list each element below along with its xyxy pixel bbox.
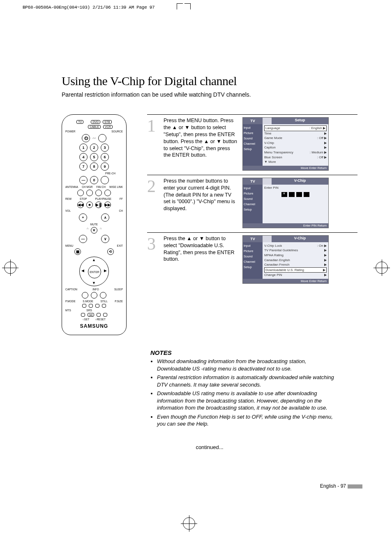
step-3: 3 Press the ▲ or ▼ button to select "Dow… <box>147 232 357 286</box>
step-1: 1 Press the MENU button. Press the ▲ or … <box>147 114 357 173</box>
page-number-tab <box>348 484 362 489</box>
osd-vchip-footer: Move Enter Return <box>243 279 328 283</box>
osd-pin-footer: Enter PIN Return <box>243 223 328 228</box>
mute-button: ✕ <box>91 227 97 234</box>
osd-tv-tab: TV <box>243 118 263 124</box>
sleep-button <box>100 292 106 299</box>
remote-cable-button: CABLE <box>88 125 101 129</box>
enter-pin-label: Enter PIN <box>264 186 327 190</box>
wiselink-button <box>104 190 111 196</box>
nav-up-icon: ▲ <box>92 258 96 262</box>
val-menutrans: : Medium <box>310 151 323 154</box>
note-1: Without downloading information from the… <box>157 358 335 372</box>
row-vchip: V-Chip <box>264 141 274 146</box>
num-4: 4 <box>79 153 88 161</box>
row-caption: Caption <box>264 145 276 150</box>
mts-label: MTS <box>65 309 71 312</box>
num-8: 8 <box>90 162 98 171</box>
info-label: INFO <box>92 288 99 291</box>
note-3: Downloadable US rating menu is available… <box>157 390 335 412</box>
pmode-button <box>82 304 86 308</box>
extra2-button <box>103 313 107 317</box>
ch-up: ∧ <box>101 213 109 222</box>
side-channel: Channel <box>244 141 262 146</box>
chmgr-button <box>86 190 93 196</box>
pin-4 <box>304 192 309 197</box>
smode-label: S.MODE <box>83 300 93 303</box>
rew-button: ◀◀ <box>77 201 84 208</box>
exit-button: ⟲ <box>107 248 114 255</box>
play-button: ▶❚ <box>95 201 102 208</box>
ff-label: FF <box>120 197 123 200</box>
side-input-2: Input <box>244 186 262 191</box>
num-2: 2 <box>90 144 98 152</box>
side-sound-3: Sound <box>244 254 262 259</box>
playpause-label: PLAY/PAUSE <box>95 197 112 200</box>
power-button: ⏻ <box>82 134 90 142</box>
rew-label: REW <box>65 197 71 200</box>
registration-mark-right <box>376 262 388 274</box>
row-downloadable: Downloadable U.S. Rating <box>265 268 304 273</box>
sleep-label: SLEEP <box>114 288 123 291</box>
row-time: Time <box>264 131 271 136</box>
osd-vchip-main: V-Chip Lock: On ▶ TV Parental Guidelines… <box>263 242 328 279</box>
side-input: Input <box>244 125 262 130</box>
osd-vchip: TV V-Chip Input Picture Sound Channel Se… <box>242 235 329 284</box>
val-gamemode: : Off <box>317 136 323 140</box>
osd-pin-title: V-Chip <box>272 178 328 185</box>
row-mpaa: MPAA Rating <box>264 253 284 258</box>
row-bluescreen: Blue Screen <box>264 155 282 160</box>
page-content: Using the V-Chip for Digital channel Par… <box>62 74 357 450</box>
power-label: POWER <box>65 130 76 133</box>
vol-label: VOL <box>65 209 71 212</box>
step-2-text: Press the number buttons to enter your c… <box>164 178 238 212</box>
osd-side-nav: Input Picture Sound Channel Setup <box>243 124 263 166</box>
side-input-3: Input <box>244 243 262 248</box>
step-1-text: Press the MENU button. Press the ▲ or ▼ … <box>164 117 238 159</box>
continued-label: continued... <box>62 444 357 450</box>
source-button <box>98 134 106 142</box>
extra1-button <box>97 313 101 317</box>
num-0: 0 <box>90 176 98 184</box>
prech-label: PRE-CH <box>65 172 123 175</box>
remote-tv-button: TV <box>76 120 83 124</box>
vol-up: + <box>79 213 87 222</box>
pin-1 <box>281 192 287 197</box>
row-caneng: Canadian English <box>264 258 290 263</box>
remote-dvd-button: DVD <box>91 120 100 124</box>
note-2: Parental restriction information is auto… <box>157 374 335 388</box>
page-title: Using the V-Chip for Digital channel <box>62 74 357 88</box>
pin-2 <box>289 192 295 197</box>
antenna-button <box>77 190 84 196</box>
nav-down-icon: ▼ <box>92 281 96 285</box>
side-sound: Sound <box>244 136 262 141</box>
val-bluescreen: : Off <box>317 155 323 159</box>
steps-column: 1 Press the MENU button. Press the ▲ or … <box>147 114 357 288</box>
prech-button <box>101 176 109 184</box>
side-picture-3: Picture <box>244 249 262 254</box>
osd-pin: TV V-Chip Input Picture Sound Channel Se… <box>242 178 329 228</box>
num-5: 5 <box>90 153 98 161</box>
stop-button: ■ <box>86 201 93 208</box>
caption-label: CAPTION <box>65 288 77 291</box>
row-vchiplock: V-Chip Lock <box>264 243 282 248</box>
antenna-label: ANTENNA <box>65 185 78 188</box>
wiselink-label: WISE LINK <box>109 185 123 188</box>
mts-button <box>81 313 85 317</box>
nav-ring: ▲ ▼ ◀ ▶ ENTER <box>79 257 109 286</box>
val-vchiplock: : On <box>317 244 323 248</box>
osd-vchip-tv-tab: TV <box>243 236 263 242</box>
pin-boxes <box>264 192 327 197</box>
page-number: English - 97 <box>320 483 362 489</box>
osd-main-setup: Language: English ▶ Time▶ Game Mode: Off… <box>263 124 328 166</box>
step-3-text: Press the ▲ or ▼ button to select "Downl… <box>164 235 238 263</box>
set-label: SET <box>84 318 90 321</box>
print-header: BP68-00586A-00Eng(084~103) 2/21/06 11:39… <box>23 5 154 10</box>
remote-stb-button: STB <box>103 120 112 124</box>
psize-button <box>102 304 106 308</box>
side-setup-3: Setup <box>244 265 262 270</box>
dash-button: — <box>79 176 88 184</box>
row-more: ▼ More <box>264 160 276 164</box>
val-language: : English <box>309 126 322 130</box>
osd-pin-tv-tab: TV <box>243 178 263 185</box>
